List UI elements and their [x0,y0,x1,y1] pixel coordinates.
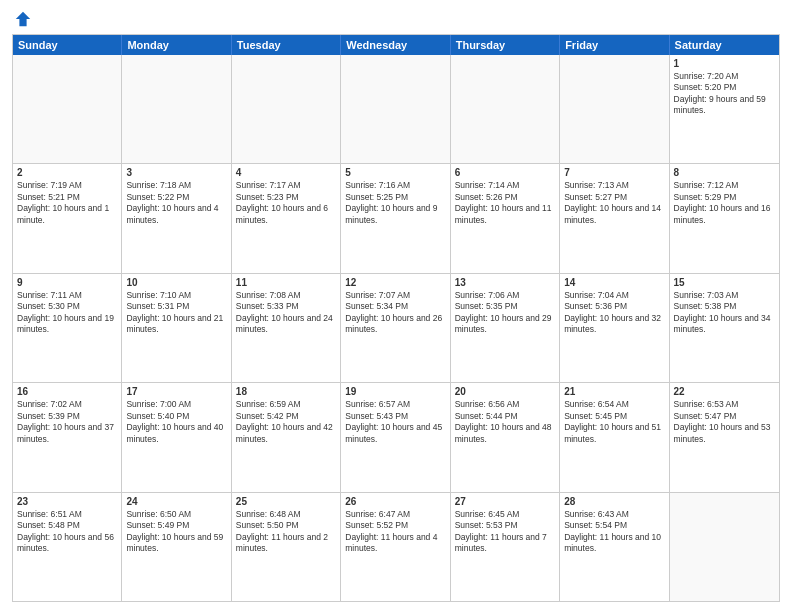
day-info: Sunrise: 7:13 AM Sunset: 5:27 PM Dayligh… [564,180,664,226]
day-number: 7 [564,167,664,178]
day-cell-18: 18Sunrise: 6:59 AM Sunset: 5:42 PM Dayli… [232,383,341,491]
day-number: 15 [674,277,775,288]
day-info: Sunrise: 7:11 AM Sunset: 5:30 PM Dayligh… [17,290,117,336]
day-number: 2 [17,167,117,178]
day-number: 3 [126,167,226,178]
day-info: Sunrise: 7:16 AM Sunset: 5:25 PM Dayligh… [345,180,445,226]
day-info: Sunrise: 6:54 AM Sunset: 5:45 PM Dayligh… [564,399,664,445]
day-info: Sunrise: 6:45 AM Sunset: 5:53 PM Dayligh… [455,509,555,555]
day-number: 8 [674,167,775,178]
day-info: Sunrise: 7:00 AM Sunset: 5:40 PM Dayligh… [126,399,226,445]
calendar-body: 1Sunrise: 7:20 AM Sunset: 5:20 PM Daylig… [13,55,779,601]
header-day-friday: Friday [560,35,669,55]
day-cell-20: 20Sunrise: 6:56 AM Sunset: 5:44 PM Dayli… [451,383,560,491]
header-day-sunday: Sunday [13,35,122,55]
empty-cell [341,55,450,163]
day-info: Sunrise: 7:07 AM Sunset: 5:34 PM Dayligh… [345,290,445,336]
header-day-wednesday: Wednesday [341,35,450,55]
day-cell-26: 26Sunrise: 6:47 AM Sunset: 5:52 PM Dayli… [341,493,450,601]
calendar: SundayMondayTuesdayWednesdayThursdayFrid… [12,34,780,602]
calendar-week-5: 23Sunrise: 6:51 AM Sunset: 5:48 PM Dayli… [13,492,779,601]
day-number: 27 [455,496,555,507]
day-cell-1: 1Sunrise: 7:20 AM Sunset: 5:20 PM Daylig… [670,55,779,163]
day-info: Sunrise: 7:12 AM Sunset: 5:29 PM Dayligh… [674,180,775,226]
day-cell-6: 6Sunrise: 7:14 AM Sunset: 5:26 PM Daylig… [451,164,560,272]
header-day-tuesday: Tuesday [232,35,341,55]
day-info: Sunrise: 7:08 AM Sunset: 5:33 PM Dayligh… [236,290,336,336]
logo-icon [14,10,32,28]
day-cell-10: 10Sunrise: 7:10 AM Sunset: 5:31 PM Dayli… [122,274,231,382]
day-cell-27: 27Sunrise: 6:45 AM Sunset: 5:53 PM Dayli… [451,493,560,601]
day-info: Sunrise: 6:43 AM Sunset: 5:54 PM Dayligh… [564,509,664,555]
day-number: 14 [564,277,664,288]
day-info: Sunrise: 7:10 AM Sunset: 5:31 PM Dayligh… [126,290,226,336]
day-info: Sunrise: 7:17 AM Sunset: 5:23 PM Dayligh… [236,180,336,226]
day-number: 28 [564,496,664,507]
day-cell-7: 7Sunrise: 7:13 AM Sunset: 5:27 PM Daylig… [560,164,669,272]
day-info: Sunrise: 7:18 AM Sunset: 5:22 PM Dayligh… [126,180,226,226]
day-info: Sunrise: 7:06 AM Sunset: 5:35 PM Dayligh… [455,290,555,336]
empty-cell [670,493,779,601]
day-cell-13: 13Sunrise: 7:06 AM Sunset: 5:35 PM Dayli… [451,274,560,382]
empty-cell [122,55,231,163]
day-cell-11: 11Sunrise: 7:08 AM Sunset: 5:33 PM Dayli… [232,274,341,382]
header-day-monday: Monday [122,35,231,55]
day-info: Sunrise: 6:48 AM Sunset: 5:50 PM Dayligh… [236,509,336,555]
day-info: Sunrise: 6:47 AM Sunset: 5:52 PM Dayligh… [345,509,445,555]
day-number: 11 [236,277,336,288]
day-number: 1 [674,58,775,69]
day-info: Sunrise: 6:50 AM Sunset: 5:49 PM Dayligh… [126,509,226,555]
logo [12,10,32,28]
day-cell-24: 24Sunrise: 6:50 AM Sunset: 5:49 PM Dayli… [122,493,231,601]
day-info: Sunrise: 6:59 AM Sunset: 5:42 PM Dayligh… [236,399,336,445]
day-number: 19 [345,386,445,397]
day-info: Sunrise: 7:19 AM Sunset: 5:21 PM Dayligh… [17,180,117,226]
empty-cell [451,55,560,163]
day-info: Sunrise: 6:57 AM Sunset: 5:43 PM Dayligh… [345,399,445,445]
calendar-header: SundayMondayTuesdayWednesdayThursdayFrid… [13,35,779,55]
day-number: 22 [674,386,775,397]
day-cell-5: 5Sunrise: 7:16 AM Sunset: 5:25 PM Daylig… [341,164,450,272]
day-cell-25: 25Sunrise: 6:48 AM Sunset: 5:50 PM Dayli… [232,493,341,601]
calendar-week-1: 1Sunrise: 7:20 AM Sunset: 5:20 PM Daylig… [13,55,779,163]
day-number: 10 [126,277,226,288]
page-header [12,10,780,28]
day-info: Sunrise: 7:04 AM Sunset: 5:36 PM Dayligh… [564,290,664,336]
day-cell-28: 28Sunrise: 6:43 AM Sunset: 5:54 PM Dayli… [560,493,669,601]
calendar-week-3: 9Sunrise: 7:11 AM Sunset: 5:30 PM Daylig… [13,273,779,382]
day-info: Sunrise: 6:51 AM Sunset: 5:48 PM Dayligh… [17,509,117,555]
calendar-week-2: 2Sunrise: 7:19 AM Sunset: 5:21 PM Daylig… [13,163,779,272]
day-cell-22: 22Sunrise: 6:53 AM Sunset: 5:47 PM Dayli… [670,383,779,491]
day-cell-9: 9Sunrise: 7:11 AM Sunset: 5:30 PM Daylig… [13,274,122,382]
header-day-thursday: Thursday [451,35,560,55]
header-day-saturday: Saturday [670,35,779,55]
day-number: 26 [345,496,445,507]
day-number: 25 [236,496,336,507]
day-number: 13 [455,277,555,288]
day-cell-12: 12Sunrise: 7:07 AM Sunset: 5:34 PM Dayli… [341,274,450,382]
day-number: 23 [17,496,117,507]
day-number: 5 [345,167,445,178]
day-info: Sunrise: 7:20 AM Sunset: 5:20 PM Dayligh… [674,71,775,117]
day-number: 18 [236,386,336,397]
day-cell-14: 14Sunrise: 7:04 AM Sunset: 5:36 PM Dayli… [560,274,669,382]
day-number: 16 [17,386,117,397]
day-cell-2: 2Sunrise: 7:19 AM Sunset: 5:21 PM Daylig… [13,164,122,272]
day-number: 20 [455,386,555,397]
day-info: Sunrise: 7:14 AM Sunset: 5:26 PM Dayligh… [455,180,555,226]
day-number: 17 [126,386,226,397]
day-number: 9 [17,277,117,288]
day-cell-4: 4Sunrise: 7:17 AM Sunset: 5:23 PM Daylig… [232,164,341,272]
day-number: 12 [345,277,445,288]
day-info: Sunrise: 7:02 AM Sunset: 5:39 PM Dayligh… [17,399,117,445]
day-cell-15: 15Sunrise: 7:03 AM Sunset: 5:38 PM Dayli… [670,274,779,382]
day-cell-23: 23Sunrise: 6:51 AM Sunset: 5:48 PM Dayli… [13,493,122,601]
day-cell-8: 8Sunrise: 7:12 AM Sunset: 5:29 PM Daylig… [670,164,779,272]
day-cell-17: 17Sunrise: 7:00 AM Sunset: 5:40 PM Dayli… [122,383,231,491]
empty-cell [232,55,341,163]
day-cell-3: 3Sunrise: 7:18 AM Sunset: 5:22 PM Daylig… [122,164,231,272]
svg-marker-0 [16,12,30,26]
empty-cell [13,55,122,163]
day-number: 21 [564,386,664,397]
day-info: Sunrise: 6:53 AM Sunset: 5:47 PM Dayligh… [674,399,775,445]
